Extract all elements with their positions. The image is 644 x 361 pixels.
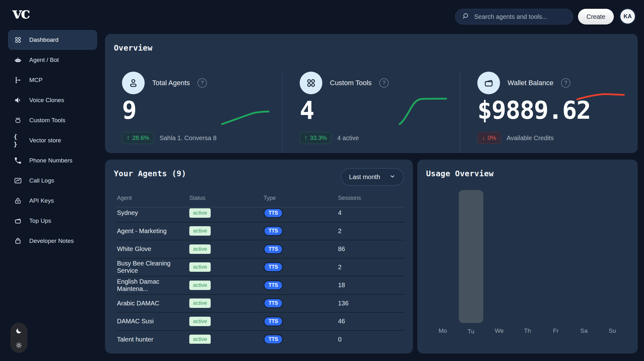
sparkline-steep-rise-green	[398, 97, 447, 127]
brand-logo[interactable]: vc	[13, 4, 30, 22]
usage-title: Usage Overview	[426, 169, 494, 178]
type-badge: TTS	[264, 262, 283, 272]
pot-icon	[14, 116, 22, 124]
sidebar-item-label: Call Logs	[29, 177, 54, 184]
sessions-cell: 136	[338, 300, 404, 307]
search-input[interactable]	[474, 13, 567, 21]
chart-slot-mo: Mo	[429, 190, 457, 342]
table-row[interactable]: DAMAC Susi active TTS 46	[117, 313, 404, 331]
stat-note: 4 active	[337, 134, 359, 142]
table-row[interactable]: Agent - Marketing active TTS 2	[117, 222, 404, 241]
usage-bar	[459, 190, 483, 323]
sidebar-item-developer-notes[interactable]: Developer Notes	[8, 231, 97, 251]
dark-mode-button[interactable]	[12, 324, 26, 338]
type-badge: TTS	[264, 208, 283, 218]
app-root: vc Create KA DashboardAgent / BotMCPVoic…	[0, 0, 644, 361]
status-badge: active	[189, 298, 211, 308]
delta-badge: ↑ 28.6%	[122, 132, 154, 144]
help-icon[interactable]: ?	[197, 78, 207, 88]
help-icon[interactable]: ?	[379, 78, 389, 88]
sidebar: DashboardAgent / BotMCPVoice ClonesCusto…	[8, 30, 97, 251]
sidebar-item-voice-clones[interactable]: Voice Clones	[8, 90, 97, 110]
sidebar-item-api-keys[interactable]: API Keys	[8, 191, 97, 211]
braces-icon: { }	[14, 136, 22, 145]
stat-label: Total Agents	[152, 79, 190, 87]
stat-label: Wallet Balance	[508, 79, 553, 87]
sidebar-item-label: API Keys	[29, 197, 54, 204]
avatar[interactable]: KA	[619, 8, 636, 25]
mcp-branch-icon	[14, 76, 22, 84]
chart-frame-icon	[14, 177, 22, 185]
type-badge: TTS	[264, 316, 283, 326]
sidebar-item-phone-numbers[interactable]: Phone Numbers	[8, 151, 97, 170]
sessions-cell: 46	[338, 318, 404, 325]
stat-note: Available Credits	[507, 134, 554, 142]
stat-note: Sahla 1. Conversa 8	[159, 134, 216, 142]
wallet-icon	[14, 217, 22, 225]
arrow-up-icon: ↑	[304, 134, 308, 141]
column-header-type: Type	[264, 195, 338, 201]
table-row[interactable]: English Damac Maintena... active TTS 18	[117, 276, 404, 295]
sun-icon	[15, 342, 23, 350]
wallet-icon	[477, 72, 500, 94]
search-bar[interactable]	[455, 9, 573, 25]
sidebar-item-mcp[interactable]: MCP	[8, 70, 97, 90]
type-badge: TTS	[264, 280, 283, 290]
x-tick-label: We	[495, 322, 504, 342]
status-badge: active	[189, 335, 211, 344]
x-tick-label: Th	[524, 322, 531, 342]
moon-icon	[15, 327, 22, 335]
phone-icon	[14, 156, 22, 165]
search-icon	[462, 12, 469, 21]
table-row[interactable]: White Glove active TTS 86	[117, 240, 404, 259]
delta-value: 0%	[488, 134, 496, 141]
table-row[interactable]: Talent hunter active TTS 0	[117, 331, 404, 344]
sidebar-item-dashboard[interactable]: Dashboard	[8, 30, 97, 50]
stat-value: 4	[300, 98, 314, 123]
table-row[interactable]: Arabic DAMAC active TTS 136	[117, 295, 404, 313]
delta-badge: ↑ 33.3%	[300, 132, 331, 144]
stat-label: Custom Tools	[330, 79, 372, 87]
time-filter-dropdown[interactable]: Last month	[341, 168, 404, 186]
sidebar-item-custom-tools[interactable]: Custom Tools	[8, 111, 97, 130]
sidebar-item-label: Voice Clones	[29, 97, 64, 104]
stat-value: 9	[122, 98, 136, 123]
grid-icon	[300, 72, 322, 94]
chart-slot-th: Th	[514, 190, 542, 342]
sidebar-item-label: Developer Notes	[29, 238, 74, 244]
chart-slot-tu: Tu	[457, 190, 485, 342]
chart-slot-we: We	[485, 190, 514, 342]
sidebar-item-label: Dashboard	[29, 36, 58, 43]
delta-badge: ↓ 0%	[477, 132, 501, 144]
sidebar-item-label: Agent / Bot	[29, 57, 59, 63]
chart-slot-sa: Sa	[570, 190, 598, 342]
create-button[interactable]: Create	[578, 9, 614, 25]
sessions-cell: 2	[338, 264, 404, 271]
x-tick-label: Mo	[439, 322, 447, 342]
table-row[interactable]: Sydney active TTS 4	[117, 204, 404, 222]
lock-icon	[14, 197, 22, 205]
sidebar-item-vector-store[interactable]: { }Vector store	[8, 131, 97, 150]
x-tick-label: Su	[608, 322, 616, 342]
stat-value: $9889.62	[477, 98, 591, 123]
agent-name-cell: English Damac Maintena...	[117, 278, 189, 293]
sidebar-item-call-logs[interactable]: Call Logs	[8, 171, 97, 190]
your-agents-card: Your Agents (9) Last month Agent Status …	[105, 160, 413, 353]
agent-name-cell: Talent hunter	[117, 336, 189, 343]
sessions-cell: 4	[338, 209, 404, 216]
table-row[interactable]: Busy Bee Cleaning Service active TTS 2	[117, 259, 404, 277]
x-tick-label: Sa	[580, 322, 588, 342]
overview-card: Overview Total Agents ? 9 ↑ 28.6% Sahla …	[105, 34, 638, 153]
arrow-down-icon: ↓	[482, 134, 485, 141]
sidebar-item-label: Top Ups	[29, 217, 51, 224]
sidebar-item-agent-bot[interactable]: Agent / Bot	[8, 50, 97, 70]
sidebar-item-label: Vector store	[29, 137, 61, 144]
sidebar-item-label: Custom Tools	[29, 117, 65, 124]
column-header-status: Status	[189, 195, 264, 201]
sidebar-item-top-ups[interactable]: Top Ups	[8, 211, 97, 231]
stat-wallet-balance: Wallet Balance ? $9889.62 ↓ 0% Available…	[460, 72, 638, 153]
light-mode-button[interactable]	[15, 338, 23, 353]
type-badge: TTS	[264, 244, 283, 254]
usage-overview-card: Usage Overview MoTuWeThFrSaSu	[417, 160, 638, 353]
help-icon[interactable]: ?	[561, 78, 570, 88]
